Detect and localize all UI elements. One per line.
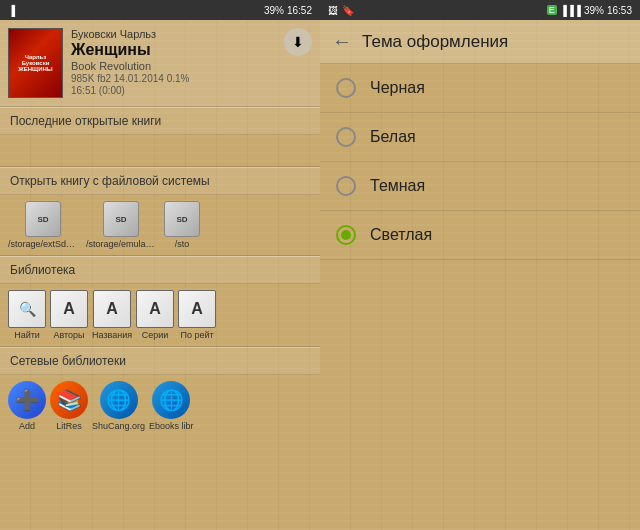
right-e-icon: E (547, 5, 557, 15)
network-ebooks-icon: 🌐 (152, 381, 190, 419)
network-header: Сетевые библиотеки (0, 347, 320, 375)
left-panel: ▐ 39% 16:52 ЧарльзБуковскиЖЕНЩИНЫ Буковс… (0, 0, 320, 530)
theme-radio-inner-2 (341, 181, 351, 191)
book-info-section: ЧарльзБуковскиЖЕНЩИНЫ Буковски Чарльз Же… (0, 20, 320, 107)
sd-card-icon-1: SD (103, 201, 139, 237)
left-status-right: 39% 16:52 (264, 5, 312, 16)
right-status-bar: 🖼 🔖 E ▐▐▐ 39% 16:53 (320, 0, 640, 20)
theme-option-3[interactable]: Светлая (320, 211, 640, 260)
sd-text-2: SD (176, 215, 187, 224)
network-shucang-item[interactable]: 🌐 ShuCang.org (92, 381, 145, 431)
theme-radio-0 (336, 78, 356, 98)
book-date: 16:51 (0:00) (71, 85, 276, 96)
library-titles-item[interactable]: A Названия (92, 290, 132, 340)
storage-item-2[interactable]: SD /sto (164, 201, 200, 249)
network-litres-label: LitRes (56, 421, 82, 431)
library-search-item[interactable]: 🔍 Найти (8, 290, 46, 340)
library-series-icon: A (136, 290, 174, 328)
theme-label-3: Светлая (370, 226, 432, 244)
right-signal-icon: ▐▐▐ (560, 5, 581, 16)
library-search-label: Найти (14, 330, 40, 340)
theme-radio-3 (336, 225, 356, 245)
book-download-button[interactable]: ⬇ (284, 28, 312, 56)
sd-text-0: SD (37, 215, 48, 224)
library-section: Библиотека 🔍 Найти A Авторы A Названия A… (0, 256, 320, 347)
library-header: Библиотека (0, 256, 320, 284)
theme-label-1: Белая (370, 128, 416, 146)
theme-label-2: Темная (370, 177, 425, 195)
filesystem-header: Открыть книгу с файловой системы (0, 167, 320, 195)
theme-option-2[interactable]: Темная (320, 162, 640, 211)
theme-radio-2 (336, 176, 356, 196)
library-authors-label: Авторы (53, 330, 84, 340)
filesystem-section: Открыть книгу с файловой системы SD /sto… (0, 167, 320, 256)
network-shucang-label: ShuCang.org (92, 421, 145, 431)
left-time-text: 16:52 (287, 5, 312, 16)
storage-item-1[interactable]: SD /storage/emulated/0 (86, 201, 156, 249)
storage-icons-container: SD /storage/extSdCard SD /storage/emulat… (0, 195, 320, 255)
left-signal-icon: ▐ (8, 5, 15, 16)
theme-radio-inner-1 (341, 132, 351, 142)
network-ebooks-item[interactable]: 🌐 Ebooks libr (149, 381, 194, 431)
right-time-text: 16:53 (607, 5, 632, 16)
network-ebooks-label: Ebooks libr (149, 421, 194, 431)
right-bookmark-icon: 🔖 (342, 5, 354, 16)
right-image-icon: 🖼 (328, 5, 338, 16)
book-publisher: Book Revolution (71, 60, 276, 72)
theme-radio-inner-0 (341, 83, 351, 93)
library-titles-icon: A (93, 290, 131, 328)
network-litres-item[interactable]: 📚 LitRes (50, 381, 88, 431)
sd-text-1: SD (115, 215, 126, 224)
network-section: Сетевые библиотеки ➕ Add 📚 LitRes 🌐 ShuC… (0, 347, 320, 437)
theme-radio-inner-3 (341, 230, 351, 240)
storage-label-1: /storage/emulated/0 (86, 239, 156, 249)
library-titles-label: Названия (92, 330, 132, 340)
book-author: Буковски Чарльз (71, 28, 276, 40)
theme-option-1[interactable]: Белая (320, 113, 640, 162)
book-cover[interactable]: ЧарльзБуковскиЖЕНЩИНЫ (8, 28, 63, 98)
network-icons-container: ➕ Add 📚 LitRes 🌐 ShuCang.org 🌐 Ebooks li… (0, 375, 320, 437)
right-battery-text: 39% (584, 5, 604, 16)
network-add-item[interactable]: ➕ Add (8, 381, 46, 431)
right-status-right: E ▐▐▐ 39% 16:53 (547, 5, 632, 16)
back-button[interactable]: ← (332, 30, 352, 53)
storage-label-2: /sto (175, 239, 190, 249)
left-status-bar: ▐ 39% 16:52 (0, 0, 320, 20)
library-series-item[interactable]: A Серии (136, 290, 174, 340)
theme-radio-1 (336, 127, 356, 147)
theme-title: Тема оформления (362, 32, 508, 52)
library-search-icon: 🔍 (8, 290, 46, 328)
left-battery-text: 39% (264, 5, 284, 16)
recent-books-header: Последние открытые книги (0, 107, 320, 135)
library-authors-icon: A (50, 290, 88, 328)
left-status-left: ▐ (8, 5, 15, 16)
network-shucang-icon: 🌐 (100, 381, 138, 419)
sd-card-icon-2: SD (164, 201, 200, 237)
book-title: Женщины (71, 41, 276, 59)
library-rating-icon: A (178, 290, 216, 328)
book-cover-text: ЧарльзБуковскиЖЕНЩИНЫ (16, 52, 54, 74)
book-details: Буковски Чарльз Женщины Book Revolution … (71, 28, 276, 96)
book-meta: 985K fb2 14.01.2014 0.1% (71, 73, 276, 84)
right-panel: 🖼 🔖 E ▐▐▐ 39% 16:53 ← Тема оформления Че… (320, 0, 640, 530)
theme-header: ← Тема оформления (320, 20, 640, 64)
network-add-label: Add (19, 421, 35, 431)
library-rating-item[interactable]: A По рейт (178, 290, 216, 340)
recent-books-section: Последние открытые книги (0, 107, 320, 167)
network-add-icon: ➕ (8, 381, 46, 419)
right-status-icons: 🖼 🔖 (328, 5, 354, 16)
sd-card-icon-0: SD (25, 201, 61, 237)
library-rating-label: По рейт (181, 330, 214, 340)
library-series-label: Серии (142, 330, 169, 340)
library-icons-container: 🔍 Найти A Авторы A Названия A Серии A (0, 284, 320, 346)
network-litres-icon: 📚 (50, 381, 88, 419)
theme-option-0[interactable]: Черная (320, 64, 640, 113)
library-authors-item[interactable]: A Авторы (50, 290, 88, 340)
storage-label-0: /storage/extSdCard (8, 239, 78, 249)
storage-item-0[interactable]: SD /storage/extSdCard (8, 201, 78, 249)
theme-label-0: Черная (370, 79, 425, 97)
